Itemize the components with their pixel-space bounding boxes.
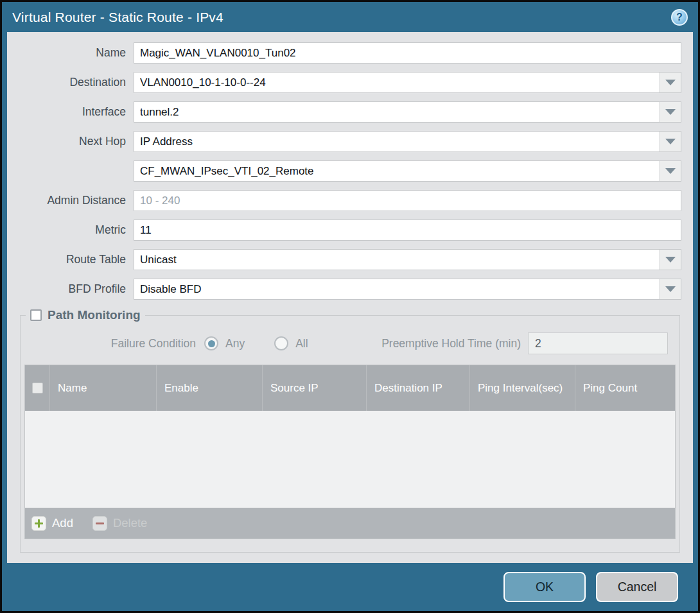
radio-any-label: Any xyxy=(225,337,245,350)
add-button-label: Add xyxy=(52,516,73,530)
chevron-down-icon xyxy=(665,168,676,174)
ok-button[interactable]: OK xyxy=(503,572,586,602)
delete-button-label: Delete xyxy=(113,516,147,530)
dialog-titlebar: Virtual Router - Static Route - IPv4 ? xyxy=(2,2,698,32)
route-table-input[interactable] xyxy=(134,249,660,270)
route-table-label: Route Table xyxy=(7,253,134,266)
form-row-next-hop: Next Hop xyxy=(7,131,681,152)
metric-label: Metric xyxy=(7,223,134,237)
form-row-interface: Interface xyxy=(7,101,681,123)
destination-input[interactable] xyxy=(134,72,660,93)
form-row-admin-distance: Admin Distance xyxy=(7,190,681,211)
next-hop-dropdown-button[interactable] xyxy=(660,131,681,152)
next-hop-address-dropdown-button[interactable] xyxy=(660,160,681,182)
plus-icon xyxy=(31,516,46,531)
select-all-checkbox[interactable] xyxy=(32,383,43,393)
interface-dropdown-button[interactable] xyxy=(660,101,681,123)
column-header-enable: Enable xyxy=(156,365,262,411)
dialog-content: Name Destination Interface xyxy=(7,32,693,563)
admin-distance-label: Admin Distance xyxy=(7,194,134,207)
path-monitoring-title: Path Monitoring xyxy=(48,308,141,322)
cancel-button[interactable]: Cancel xyxy=(596,572,678,602)
path-monitoring-section: Path Monitoring Failure Condition Any Al… xyxy=(20,308,680,553)
form-row-metric: Metric xyxy=(7,220,681,241)
dialog-footer: OK Cancel xyxy=(2,563,698,611)
failure-condition-all-option[interactable]: All xyxy=(274,336,308,350)
next-hop-type-input[interactable] xyxy=(134,131,660,152)
bfd-profile-input[interactable] xyxy=(134,279,660,300)
interface-label: Interface xyxy=(7,105,134,119)
column-header-destination-ip: Destination IP xyxy=(366,365,469,411)
name-label: Name xyxy=(7,46,134,60)
preemptive-hold-time-label: Preemptive Hold Time (min) xyxy=(381,337,528,350)
preemptive-hold-time-input[interactable] xyxy=(528,332,668,354)
delete-button[interactable]: Delete xyxy=(92,516,147,531)
column-header-name: Name xyxy=(49,365,156,411)
column-header-source-ip: Source IP xyxy=(262,365,366,411)
route-table-dropdown-button[interactable] xyxy=(660,249,681,270)
next-hop-address-input[interactable] xyxy=(134,160,660,182)
radio-all-label: All xyxy=(295,337,308,350)
radio-all-icon xyxy=(274,336,288,350)
chevron-down-icon xyxy=(665,80,676,85)
chevron-down-icon xyxy=(665,286,676,292)
minus-icon xyxy=(92,516,107,531)
table-toolbar: Add Delete xyxy=(25,508,675,539)
column-header-ping-interval: Ping Interval(sec) xyxy=(469,365,575,411)
help-icon[interactable]: ? xyxy=(671,9,688,26)
failure-condition-any-option[interactable]: Any xyxy=(204,336,245,350)
name-input[interactable] xyxy=(134,42,681,64)
destination-label: Destination xyxy=(7,76,134,89)
destination-dropdown-button[interactable] xyxy=(660,72,681,93)
table-body-empty xyxy=(25,411,675,508)
column-header-ping-count: Ping Count xyxy=(575,365,675,411)
form-row-next-hop-address xyxy=(7,160,681,182)
form-row-bfd-profile: BFD Profile xyxy=(7,279,681,300)
bfd-profile-label: BFD Profile xyxy=(7,282,134,296)
next-hop-label: Next Hop xyxy=(7,135,134,148)
path-monitoring-table: Name Enable Source IP Destination IP Pin… xyxy=(24,365,676,539)
interface-input[interactable] xyxy=(134,101,660,123)
form-row-destination: Destination xyxy=(7,72,681,93)
failure-condition-label: Failure Condition xyxy=(24,337,204,350)
admin-distance-input[interactable] xyxy=(134,190,681,211)
radio-any-icon xyxy=(204,336,218,350)
table-header-row: Name Enable Source IP Destination IP Pin… xyxy=(25,365,675,411)
chevron-down-icon xyxy=(665,257,676,263)
path-monitoring-legend: Path Monitoring xyxy=(26,308,145,322)
table-header-checkbox-cell xyxy=(25,365,49,411)
path-monitoring-options-row: Failure Condition Any All Preemptive Hol… xyxy=(24,332,676,354)
failure-condition-radio-group: Any All xyxy=(204,336,308,350)
bfd-profile-dropdown-button[interactable] xyxy=(660,279,681,300)
form-row-name: Name xyxy=(7,42,681,64)
dialog-title: Virtual Router - Static Route - IPv4 xyxy=(12,10,223,25)
chevron-down-icon xyxy=(665,109,676,115)
path-monitoring-checkbox[interactable] xyxy=(30,309,42,321)
chevron-down-icon xyxy=(665,139,676,144)
form-row-route-table: Route Table xyxy=(7,249,681,270)
metric-input[interactable] xyxy=(134,220,681,241)
add-button[interactable]: Add xyxy=(31,516,73,531)
static-route-dialog: Virtual Router - Static Route - IPv4 ? N… xyxy=(0,0,700,613)
